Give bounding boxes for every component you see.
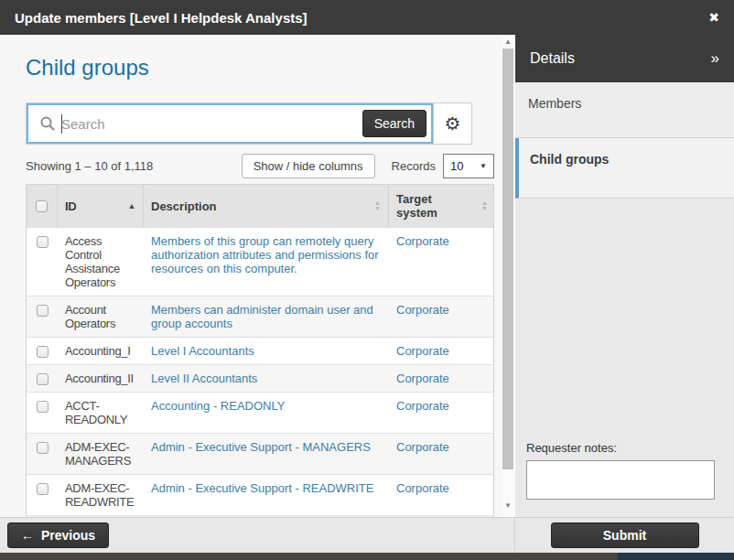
details-sidebar: Details » Members Child groups Requester… [514, 35, 734, 517]
records-label: Records [392, 159, 436, 173]
row-checkbox[interactable] [37, 373, 49, 385]
cell-target-system-link[interactable]: Corporate [396, 399, 449, 413]
submit-button[interactable]: Submit [551, 522, 699, 548]
row-checkbox[interactable] [37, 236, 49, 248]
dialog-titlebar: Update members [Level I Helpdesk Analyst… [0, 0, 734, 35]
table-row: ACCT-READONLY Accounting - READONLY Corp… [27, 392, 493, 433]
cell-target-system-link[interactable]: Corporate [396, 303, 449, 317]
table-row: ADM-EXEC-MANAGERS Admin - Executive Supp… [27, 433, 493, 474]
main-panel: Child groups Search ⚙ Sho [0, 35, 502, 517]
cell-description-link[interactable]: Admin - Executive Support - MANAGERS [151, 440, 371, 454]
column-header-description[interactable]: Description ▲▼ [144, 185, 389, 227]
arrow-left-icon: ← [21, 528, 34, 543]
search-row: Search ⚙ [26, 102, 502, 145]
bottom-bar-left [0, 553, 618, 560]
vertical-scrollbar[interactable]: ▲ ▼ [502, 35, 514, 517]
table-row: Accounting_I Level I Accountants Corpora… [27, 337, 493, 364]
table-row: Accounting_II Level II Accountants Corpo… [27, 364, 493, 392]
sidebar-spacer [515, 199, 734, 441]
cell-target-system-link[interactable]: Corporate [396, 481, 449, 495]
cell-target-system-link[interactable]: Corporate [396, 372, 449, 385]
records-select-value: 10 [450, 159, 480, 173]
dialog-title: Update members [Level I Helpdesk Analyst… [15, 10, 308, 26]
details-header: Details » [515, 35, 734, 82]
cell-description-link[interactable]: Members of this group can remotely query… [151, 234, 379, 275]
column-header-id[interactable]: ID ▲ [58, 185, 144, 227]
row-checkbox[interactable] [37, 483, 49, 495]
cell-id: Accounting_II [58, 365, 144, 392]
sort-icons: ▲▼ [369, 200, 381, 211]
table-body: Access Control Assistance Operators Memb… [27, 227, 493, 517]
cell-description-link[interactable]: Level II Accountants [151, 372, 257, 385]
scrollbar-thumb[interactable] [502, 48, 513, 469]
cell-target-system-link[interactable]: Corporate [396, 344, 449, 358]
page-title: Child groups [26, 55, 502, 82]
cell-id: ADM-EXEC-MANAGERS [58, 434, 144, 474]
cell-target-system-link[interactable]: Corporate [396, 234, 449, 248]
table-toolbar: Showing 1 – 10 of 1,118 Show / hide colu… [26, 153, 494, 178]
cell-id: ADM-EXEC-READWRITE [58, 475, 144, 515]
tab-child-groups[interactable]: Child groups [515, 138, 734, 199]
table-header: ID ▲ Description ▲▼ Target system ▲▼ [27, 185, 493, 227]
select-all-checkbox[interactable] [36, 200, 48, 212]
row-checkbox[interactable] [37, 305, 49, 317]
search-box: Search [27, 103, 433, 144]
close-icon[interactable]: ✖ [708, 10, 719, 25]
dialog-body: Child groups Search ⚙ Sho [0, 35, 734, 517]
search-icon [39, 115, 56, 132]
table-row: ADM-EXEC-READWRITE Admin - Executive Sup… [27, 474, 493, 515]
bottom-bar [0, 553, 734, 560]
row-checkbox[interactable] [37, 442, 49, 454]
select-all-cell [27, 185, 58, 227]
sort-asc-icon: ▲ [122, 202, 135, 210]
requester-notes-section: Requester notes: [515, 441, 734, 517]
row-checkbox[interactable] [37, 401, 49, 413]
tab-members[interactable]: Members [515, 82, 734, 138]
search-button[interactable]: Search [362, 110, 426, 137]
requester-notes-input[interactable] [526, 460, 715, 500]
cell-description-link[interactable]: Admin - Executive Support - READWRITE [151, 481, 373, 495]
row-checkbox[interactable] [37, 346, 49, 358]
cell-description-link[interactable]: Accounting - READONLY [151, 399, 285, 413]
records-select[interactable]: 10 ▼ [443, 154, 494, 178]
records-control: Records 10 ▼ [392, 154, 494, 178]
child-groups-table: ID ▲ Description ▲▼ Target system ▲▼ Acc… [26, 184, 494, 517]
details-title: Details [530, 50, 575, 67]
cell-id: Accounting_I [58, 338, 144, 364]
previous-button[interactable]: ← Previous [7, 522, 109, 548]
requester-notes-label: Requester notes: [526, 441, 714, 455]
table-row: Account Operators Members can administer… [27, 296, 493, 337]
collapse-chevron-icon[interactable]: » [711, 49, 719, 68]
cell-description-link[interactable]: Level I Accountants [151, 344, 254, 358]
chevron-down-icon: ▼ [480, 162, 487, 170]
scroll-up-icon[interactable]: ▲ [502, 37, 514, 48]
cell-id: Account Operators [58, 296, 144, 337]
cell-id: Access Control Assistance Operators [58, 228, 144, 296]
text-cursor [61, 114, 62, 134]
search-container: Search ⚙ [26, 102, 472, 145]
search-input[interactable] [56, 116, 362, 132]
footer-sidebar: Submit [514, 518, 734, 553]
update-members-dialog: Update members [Level I Helpdesk Analyst… [0, 0, 734, 560]
dialog-footer: ← Previous Submit [0, 517, 734, 553]
showing-count: Showing 1 – 10 of 1,118 [26, 159, 153, 173]
bottom-bar-right [618, 553, 734, 560]
scroll-down-icon[interactable]: ▼ [502, 501, 514, 512]
gear-icon[interactable]: ⚙ [433, 103, 471, 144]
column-header-target-system[interactable]: Target system ▲▼ [389, 185, 495, 227]
footer-main: ← Previous [0, 518, 514, 553]
cell-id: ACCT-READONLY [58, 393, 144, 433]
show-hide-columns-button[interactable]: Show / hide columns [242, 154, 375, 178]
cell-description-link[interactable]: Members can administer domain user and g… [151, 303, 373, 330]
sort-icons: ▲▼ [476, 200, 488, 211]
table-row: Access Control Assistance Operators Memb… [27, 227, 493, 296]
cell-target-system-link[interactable]: Corporate [396, 440, 449, 454]
